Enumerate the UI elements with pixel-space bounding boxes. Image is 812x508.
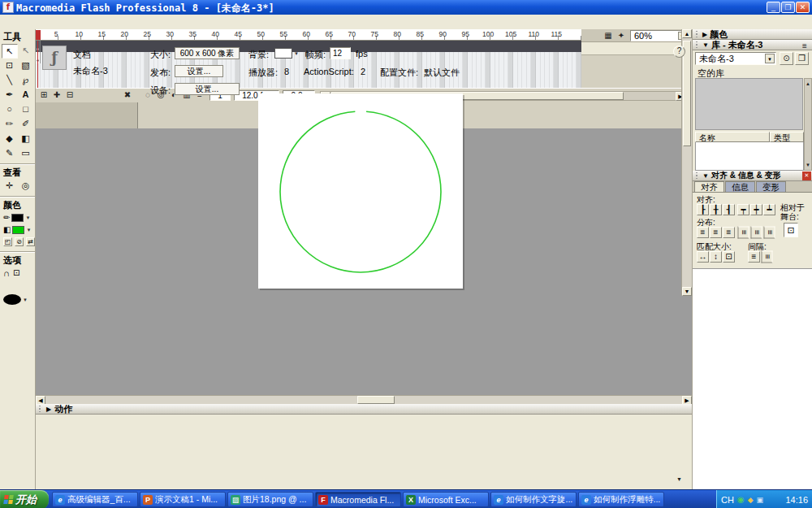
new-library-window-button[interactable]: ❐ <box>795 52 809 65</box>
fill-color-dropdown-icon[interactable]: ▼ <box>26 228 31 232</box>
tool-option-swatch[interactable] <box>3 294 21 305</box>
taskbar-task-7[interactable]: e 如何制作浮雕特... <box>578 492 664 507</box>
vscroll-thumb[interactable] <box>683 41 691 146</box>
library-document-select[interactable]: 未命名-3 ▼ <box>695 52 776 65</box>
library-column-type[interactable]: 类型 <box>770 132 804 142</box>
actions-panel-bar[interactable]: ▶ 动作 <box>36 404 692 415</box>
text-tool-button[interactable]: A <box>18 88 34 102</box>
tray-icon[interactable]: ▣ <box>757 496 764 504</box>
snap-magnet-icon[interactable]: ∩ <box>3 268 10 278</box>
insert-folder-button[interactable]: ⊟ <box>64 90 76 100</box>
lasso-tool-button[interactable]: ℘ <box>18 73 34 88</box>
align-left-button[interactable]: ┠ <box>697 204 709 215</box>
frame-rate-input[interactable] <box>330 47 351 59</box>
keyframe-cell-layer1[interactable] <box>36 52 41 63</box>
stage-vertical-scrollbar[interactable]: ▲ ▼ <box>681 29 692 296</box>
panel-gripper[interactable] <box>37 406 41 412</box>
distribute-hcenter-button[interactable]: ≡ <box>751 227 762 239</box>
actions-panel-title[interactable]: 动作 <box>54 403 72 415</box>
scroll-up-icon[interactable]: ▲ <box>805 79 811 89</box>
expanded-arrow-icon[interactable]: ▼ <box>702 172 709 180</box>
start-button[interactable]: 开始 <box>0 490 49 508</box>
align-vcenter-button[interactable]: ┿ <box>750 204 762 215</box>
edit-symbol-icon[interactable]: ✦ <box>615 31 627 41</box>
collapsed-arrow-icon[interactable]: ▶ <box>46 406 51 413</box>
zoom-tool-button[interactable]: ◎ <box>18 179 34 193</box>
library-panel-header[interactable]: ▼ 库 - 未命名-3 ≡ <box>693 40 812 50</box>
background-color-swatch[interactable] <box>274 48 292 59</box>
collapsed-arrow-icon[interactable]: ▶ <box>702 31 707 38</box>
align-bottom-button[interactable]: ┷ <box>763 204 775 215</box>
frame-ruler[interactable]: 5101520253035404550556065707580859095100… <box>36 29 581 41</box>
background-dropdown-icon[interactable]: ▼ <box>294 51 299 56</box>
stroke-color-swatch[interactable] <box>11 214 24 222</box>
rectangle-tool-button[interactable]: □ <box>18 102 34 117</box>
hscroll-thumb[interactable] <box>357 396 395 404</box>
pen-tool-button[interactable]: ✒ <box>2 88 18 102</box>
taskbar-task-2[interactable]: P 演示文稿1 - Mi... <box>140 492 226 507</box>
ink-bottle-tool-button[interactable]: ◆ <box>2 132 18 146</box>
match-both-button[interactable]: ⊡ <box>723 251 735 263</box>
match-height-button[interactable]: ↕ <box>710 251 722 263</box>
tab-info[interactable]: 信息 <box>725 181 755 192</box>
hand-tool-button[interactable]: ✛ <box>2 179 18 193</box>
title-bar[interactable]: f Macromedia Flash Professional 8 - [未命名… <box>0 0 812 15</box>
library-item-list[interactable] <box>695 142 804 171</box>
library-panel-title[interactable]: 库 - 未命名-3 <box>711 39 763 51</box>
document-name[interactable]: 未命名-3 <box>73 65 108 77</box>
space-vertical-button[interactable]: ≡ <box>748 251 760 263</box>
input-language-indicator[interactable]: CH <box>721 495 734 505</box>
library-scrollbar[interactable]: ▲ ▼ <box>804 78 812 171</box>
help-icon[interactable]: ? <box>673 46 685 58</box>
eyedropper-tool-button[interactable]: ✎ <box>2 146 18 161</box>
selection-tool-button[interactable]: ↖ <box>2 44 18 59</box>
distribute-bottom-button[interactable]: ≡ <box>723 227 735 238</box>
taskbar-task-5[interactable]: X Microsoft Exc... <box>403 492 489 507</box>
edit-scene-icon[interactable]: ▦ <box>603 31 614 41</box>
frame-grid[interactable] <box>36 41 581 88</box>
align-panel-header[interactable]: ▼ 对齐 & 信息 & 变形 ✕ <box>693 171 812 181</box>
distribute-vcenter-button[interactable]: ≡ <box>710 227 722 238</box>
delete-layer-button[interactable]: ✖ <box>122 90 133 100</box>
tab-align[interactable]: 对齐 <box>694 181 724 192</box>
distribute-right-button[interactable]: ≡ <box>764 227 775 239</box>
free-transform-tool-button[interactable]: ⊡ <box>2 59 18 73</box>
align-hcenter-button[interactable]: ╂ <box>710 204 722 215</box>
clock[interactable]: 14:16 <box>785 495 808 505</box>
taskbar-task-3[interactable]: ▨ 图片18.png @ ... <box>227 492 313 507</box>
panel-resize-icon[interactable]: ▼ <box>673 475 685 484</box>
taskbar-task-6[interactable]: e 如何制作文字旋... <box>490 492 577 507</box>
taskbar-task-1[interactable]: e 高级编辑器_百... <box>52 492 138 507</box>
eraser-tool-button[interactable]: ▭ <box>18 146 34 161</box>
publish-settings-button[interactable]: 设置... <box>175 65 223 77</box>
distribute-left-button[interactable]: ≡ <box>738 227 749 239</box>
expanded-arrow-icon[interactable]: ▼ <box>702 41 709 49</box>
swap-colors-button[interactable]: ⇄ <box>26 237 35 246</box>
stroke-color-dropdown-icon[interactable]: ▼ <box>25 215 30 220</box>
device-settings-button[interactable]: 设置... <box>175 83 240 95</box>
line-tool-button[interactable]: ╲ <box>2 73 18 88</box>
scroll-down-icon[interactable]: ▼ <box>805 160 811 170</box>
match-width-button[interactable]: ↔ <box>697 251 709 263</box>
default-colors-button[interactable]: ◰ <box>3 237 12 246</box>
drawing-circle[interactable] <box>258 93 463 289</box>
scroll-up-icon[interactable]: ▲ <box>682 29 692 38</box>
fill-color-swatch[interactable] <box>12 226 24 234</box>
panel-gripper[interactable] <box>694 172 698 179</box>
insert-layer-button[interactable]: ⊞ <box>38 90 50 100</box>
align-panel-title[interactable]: 对齐 & 信息 & 变形 <box>711 170 781 181</box>
playhead-marker[interactable] <box>36 30 41 40</box>
no-color-button[interactable]: ⊘ <box>15 237 24 246</box>
brush-tool-button[interactable]: ✐ <box>18 117 34 132</box>
scroll-down-icon[interactable]: ▼ <box>682 287 692 296</box>
restore-button[interactable]: ❐ <box>781 2 795 13</box>
stage-horizontal-scrollbar[interactable]: ◀ ▶ <box>36 395 692 404</box>
taskbar-task-4[interactable]: F Macromedia Fl... <box>315 492 401 507</box>
close-button[interactable]: ✕ <box>796 2 810 13</box>
library-column-name[interactable]: 名称 <box>695 132 770 142</box>
add-motion-guide-button[interactable]: ✚ <box>51 90 63 100</box>
object-drawing-icon[interactable]: ⊡ <box>13 268 19 277</box>
panel-menu-icon[interactable]: ≡ <box>800 41 810 51</box>
pin-library-button[interactable]: ⊙ <box>780 52 793 65</box>
pencil-tool-button[interactable]: ✏ <box>2 117 18 132</box>
